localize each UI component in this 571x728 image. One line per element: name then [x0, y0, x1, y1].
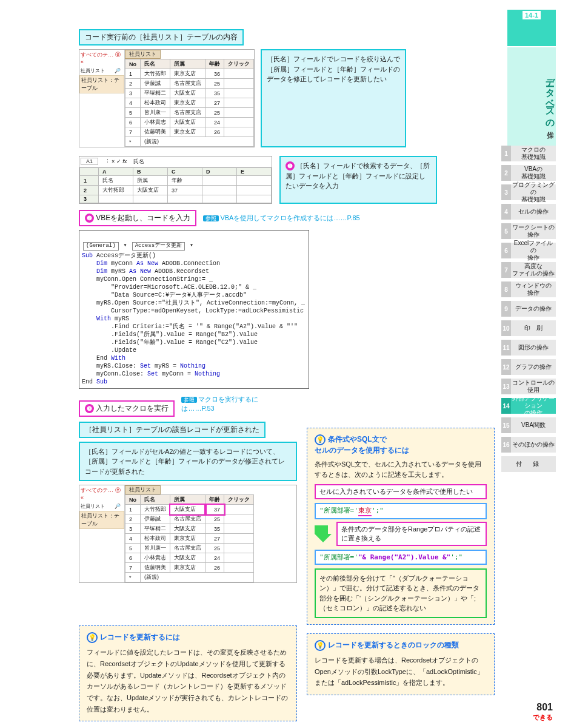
excel-snippet: A1 ⋮ × ✓ fx 氏名 ABCDE1氏名所属年齢2大竹拓郎大阪支店373 — [79, 156, 272, 204]
sidebar-item[interactable]: 6Excelファイルの 操作 — [501, 243, 556, 258]
step3-box: ❸ 入力したマクロを実行 — [79, 400, 175, 417]
ref-run: 参照マクロを実行するには……P.53 — [181, 395, 266, 413]
sidebar-item[interactable]: 12グラフの操作 — [501, 359, 556, 375]
sidebar-item[interactable]: 10印 刷 — [501, 320, 556, 336]
sql-example-1: "所属部署='東京';" — [315, 503, 487, 519]
hint-lock: 💡レコードを更新するときのロックの種類 レコードを更新する場合は、Records… — [307, 633, 495, 695]
db-table-before: No氏名所属年齢クリック1大竹拓郎東京支店362伊藤誠名古屋支店253平塚精二大… — [125, 59, 254, 147]
sidebar-item[interactable]: 1マクロの 基礎知識 — [501, 146, 556, 161]
sidebar-item[interactable]: 9データの操作 — [501, 301, 556, 317]
sidebar-item[interactable]: 16そのほかの操作 — [501, 437, 556, 453]
sidebar-item[interactable]: 8ウィンドウの 操作 — [501, 281, 556, 297]
sidebar-item[interactable]: 2VBAの 基礎知識 — [501, 165, 556, 181]
callout-goal: ［氏名］フィールドでレコードを絞り込んで［所属］フィールドと［年齢］フィールドの… — [261, 49, 406, 147]
lamp-icon: 💡 — [315, 434, 326, 445]
ref-vba: 参照VBAを使用してマクロを作成するには……P.85 — [203, 214, 359, 221]
heading-before: コード実行前の［社員リスト］テーブルの内容 — [79, 29, 244, 46]
hint-update: 💡レコードを更新するには フィールドに値を設定したレコードは、その変更を反映させ… — [79, 625, 297, 721]
chapter-sidebar: 1マクロの 基礎知識2VBAの 基礎知識3プログラミングの 基礎知識4セルの操作… — [501, 146, 556, 472]
sidebar-item[interactable]: 13コントロールの 使用 — [501, 379, 556, 394]
sidebar-appendix[interactable]: 付 録 — [501, 456, 556, 472]
brand-label: できる — [533, 713, 553, 722]
heading-after: ［社員リスト］テーブルの該当レコードが更新された — [79, 422, 265, 438]
vbe-code-window: (General) ▾ Accessデータ更新 ▾ Sub Accessデータ更… — [79, 230, 309, 389]
access-table-after: すべてのテ… ⓔ « 社員リスト 🔎 社員リスト：テーブル 社員リスト No氏名… — [79, 485, 297, 583]
lamp-icon: 💡 — [87, 632, 98, 643]
hint-sql: 💡条件式やSQL文で セルのデータを使用するには 条件式やSQL文で、セルに入力… — [307, 428, 495, 625]
step2-box: ❷ VBEを起動し、コードを入力 — [79, 210, 196, 226]
chapter-tab: 14-1 — [507, 10, 556, 46]
sidebar-item[interactable]: 7高度な ファイルの操作 — [501, 262, 556, 278]
page-number: 801 — [533, 702, 553, 713]
sidebar-item[interactable]: 15VBA関数 — [501, 417, 556, 433]
excel-grid: ABCDE1氏名所属年齢2大竹拓郎大阪支店373 — [79, 167, 272, 203]
chapter-number: 14-1 — [523, 11, 541, 19]
sidebar-item[interactable]: 5ワークシートの 操作 — [501, 223, 556, 239]
sidebar-item[interactable]: 11図形の操作 — [501, 340, 556, 356]
sidebar-item[interactable]: 14外部アプリケーション の操作 — [501, 398, 556, 414]
step1-callout: ❶ ［氏名］フィールドで検索するデータ、［所属］フィールドと［年齢］フィールドに… — [279, 156, 437, 204]
sql-example-2: "所属部署='"& Range("A2").Value &"';" — [315, 550, 487, 565]
chapter-title-vertical: データベースの 操作 — [507, 47, 556, 150]
callout-result: ［氏名］フィールドがセルA2の値と一致するレコードについて、［所属］フィールドと… — [79, 442, 297, 482]
db-table-after: No氏名所属年齢クリック1大竹拓郎大阪支店372伊藤誠名古屋支店253平塚精二大… — [125, 494, 254, 582]
lamp-icon: 💡 — [315, 640, 326, 651]
sidebar-item[interactable]: 4セルの操作 — [501, 204, 556, 220]
page-footer: 801 できる — [533, 702, 553, 722]
access-table-before: すべてのテ… ⓔ « 社員リスト 🔎 社員リスト：テーブル 社員リスト No氏名… — [79, 49, 255, 147]
sidebar-item[interactable]: 3プログラミングの 基礎知識 — [501, 184, 556, 200]
